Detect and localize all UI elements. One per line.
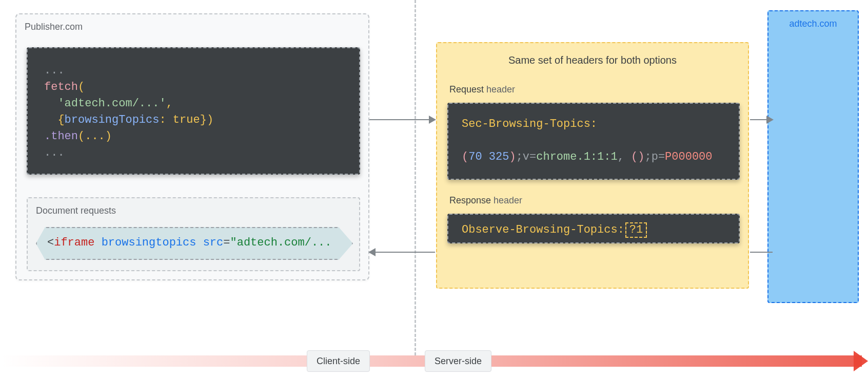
code-then: .then	[44, 130, 78, 143]
server-side-chip: Server-side	[425, 350, 491, 372]
code-ellipsis-bot: ...	[44, 146, 65, 159]
code-then-args: (...)	[78, 130, 112, 143]
res-header-name: Observe-Browsing-Topics:	[462, 223, 624, 236]
req-semi2: ;	[644, 150, 651, 163]
code-url: 'adtech.com/...'	[57, 97, 166, 110]
req-p2: )	[509, 150, 516, 163]
code-opt-key: browsingTopics	[65, 114, 160, 126]
req-p1: (	[462, 150, 468, 163]
tag-eq: =	[223, 236, 230, 249]
tag-attr-browsingtopics: browsingtopics	[102, 236, 196, 249]
request-header-label-strong: Request	[449, 84, 484, 95]
res-header-val: ?1	[625, 222, 647, 238]
req-n2: 325	[489, 150, 509, 163]
document-requests-title: Document requests	[36, 205, 116, 216]
req-comma: ,	[618, 150, 631, 163]
req-p4: )	[638, 150, 644, 163]
req-p3: (	[631, 150, 638, 163]
req-n1: 70	[468, 150, 482, 163]
code-opt-val: true	[173, 114, 200, 126]
request-header-label-light: header	[484, 84, 515, 95]
code-opt-open: {	[57, 114, 64, 126]
client-side-chip: Client-side	[307, 350, 370, 372]
arrow-headers-to-adtech	[750, 119, 773, 120]
headers-title: Same set of headers for both options	[437, 54, 748, 66]
req-semi: ;	[516, 150, 523, 163]
req-header-name: Sec-Browsing-Topics:	[462, 118, 597, 130]
tag-src-val: "adtech.com/...	[230, 236, 331, 249]
request-header-label: Request header	[449, 84, 515, 95]
publisher-title: Publisher.com	[25, 22, 83, 32]
req-pval: P000000	[665, 150, 712, 163]
headers-panel: Same set of headers for both options Req…	[436, 42, 749, 289]
req-vval: chrome.1:1:1	[536, 150, 617, 163]
tag-lt: <	[47, 236, 54, 249]
document-requests-panel: Document requests <iframe browsingtopics…	[27, 197, 360, 271]
arrow-adtech-to-headers	[750, 252, 773, 253]
code-opt-close: }	[200, 114, 207, 126]
publisher-panel: Publisher.com ... fetch( 'adtech.com/...…	[15, 13, 369, 280]
req-vkey: v=	[523, 150, 536, 163]
response-header-block: Observe-Browsing-Topics:?1	[447, 214, 740, 243]
req-pkey: p=	[652, 150, 665, 163]
code-ellipsis-top: ...	[44, 64, 65, 77]
code-open-paren: (	[78, 81, 85, 93]
tag-attr-src: src	[203, 236, 224, 249]
tag-name-iframe: iframe	[54, 236, 94, 249]
adtech-panel: adtech.com	[767, 10, 859, 303]
fetch-code-block: ... fetch( 'adtech.com/...', {browsingTo…	[27, 47, 360, 175]
req-sp	[482, 150, 489, 163]
code-colon: :	[159, 114, 166, 126]
arrow-publisher-to-headers	[369, 119, 435, 120]
code-fetch: fetch	[44, 81, 78, 93]
code-close-paren: )	[207, 114, 213, 126]
arrow-headers-to-publisher	[369, 252, 435, 253]
response-header-label-strong: Response	[449, 195, 491, 205]
iframe-tag-block: <iframe browsingtopics src="adtech.com/.…	[36, 227, 353, 260]
response-header-label-light: header	[491, 195, 522, 205]
adtech-title: adtech.com	[768, 18, 858, 29]
code-comma: ,	[166, 97, 173, 110]
client-server-divider	[415, 0, 416, 355]
response-header-label: Response header	[449, 195, 522, 206]
request-header-block: Sec-Browsing-Topics: (70 325);v=chrome.1…	[447, 103, 740, 180]
